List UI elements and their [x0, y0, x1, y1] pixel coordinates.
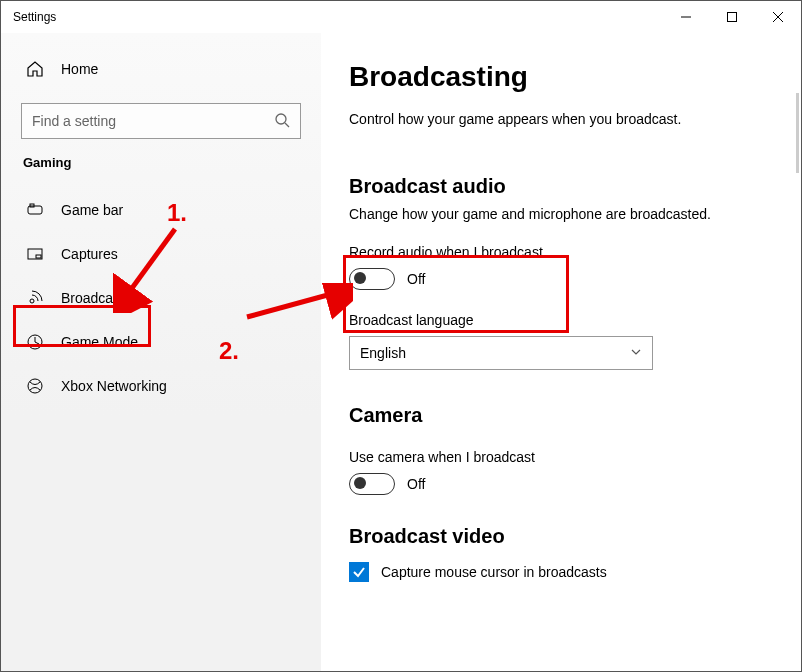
broadcast-video-heading: Broadcast video	[349, 525, 781, 548]
use-camera-state: Off	[407, 476, 425, 492]
titlebar: Settings	[1, 1, 801, 33]
xbox-icon	[25, 376, 45, 396]
content-pane: Broadcasting Control how your game appea…	[321, 33, 801, 671]
minimize-icon	[681, 12, 691, 22]
svg-point-4	[276, 114, 286, 124]
nav-label: Captures	[61, 246, 118, 262]
scrollbar[interactable]	[796, 93, 799, 173]
svg-rect-1	[728, 13, 737, 22]
toggle-knob	[354, 477, 366, 489]
sidebar-item-broadcasting[interactable]: Broadcasting	[21, 276, 321, 320]
game-mode-icon	[25, 332, 45, 352]
record-audio-toggle[interactable]	[349, 268, 395, 290]
minimize-button[interactable]	[663, 1, 709, 33]
sidebar-item-xbox-networking[interactable]: Xbox Networking	[21, 364, 321, 408]
chevron-down-icon	[630, 346, 642, 361]
sidebar-item-captures[interactable]: Captures	[21, 232, 321, 276]
nav-label: Xbox Networking	[61, 378, 167, 394]
toggle-knob	[354, 272, 366, 284]
broadcast-language-select[interactable]: English	[349, 336, 653, 370]
captures-icon	[25, 244, 45, 264]
search-icon	[274, 112, 290, 131]
settings-window: Settings Home Find a setti	[0, 0, 802, 672]
svg-point-14	[28, 379, 42, 393]
nav-label: Broadcasting	[61, 290, 143, 306]
capture-cursor-checkbox[interactable]	[349, 562, 369, 582]
broadcast-language-label: Broadcast language	[349, 312, 781, 328]
svg-line-13	[35, 342, 39, 344]
sidebar-section-label: Gaming	[23, 155, 321, 170]
use-camera-label: Use camera when I broadcast	[349, 449, 781, 465]
capture-cursor-label: Capture mouse cursor in broadcasts	[381, 564, 607, 580]
svg-line-5	[285, 123, 289, 127]
search-placeholder: Find a setting	[32, 113, 116, 129]
home-icon	[25, 59, 45, 79]
nav-label: Game bar	[61, 202, 123, 218]
sidebar-item-game-bar[interactable]: Game bar	[21, 188, 321, 232]
home-label: Home	[61, 61, 98, 77]
nav-label: Game Mode	[61, 334, 138, 350]
sidebar: Home Find a setting Gaming Game bar	[1, 33, 321, 671]
check-icon	[352, 565, 366, 579]
maximize-icon	[727, 12, 737, 22]
broadcast-audio-heading: Broadcast audio	[349, 175, 781, 198]
page-title: Broadcasting	[349, 61, 781, 93]
broadcasting-icon	[25, 288, 45, 308]
broadcast-language-value: English	[360, 345, 406, 361]
close-icon	[773, 12, 783, 22]
window-title: Settings	[13, 10, 56, 24]
svg-point-10	[30, 299, 34, 303]
sidebar-item-game-mode[interactable]: Game Mode	[21, 320, 321, 364]
home-link[interactable]: Home	[21, 49, 321, 89]
game-bar-icon	[25, 200, 45, 220]
record-audio-state: Off	[407, 271, 425, 287]
camera-heading: Camera	[349, 404, 781, 427]
svg-rect-9	[36, 255, 41, 258]
search-input[interactable]: Find a setting	[21, 103, 301, 139]
broadcast-audio-description: Change how your game and microphone are …	[349, 206, 781, 222]
window-controls	[663, 1, 801, 33]
close-button[interactable]	[755, 1, 801, 33]
page-description: Control how your game appears when you b…	[349, 111, 781, 127]
maximize-button[interactable]	[709, 1, 755, 33]
use-camera-toggle[interactable]	[349, 473, 395, 495]
record-audio-label: Record audio when I broadcast	[349, 244, 781, 260]
